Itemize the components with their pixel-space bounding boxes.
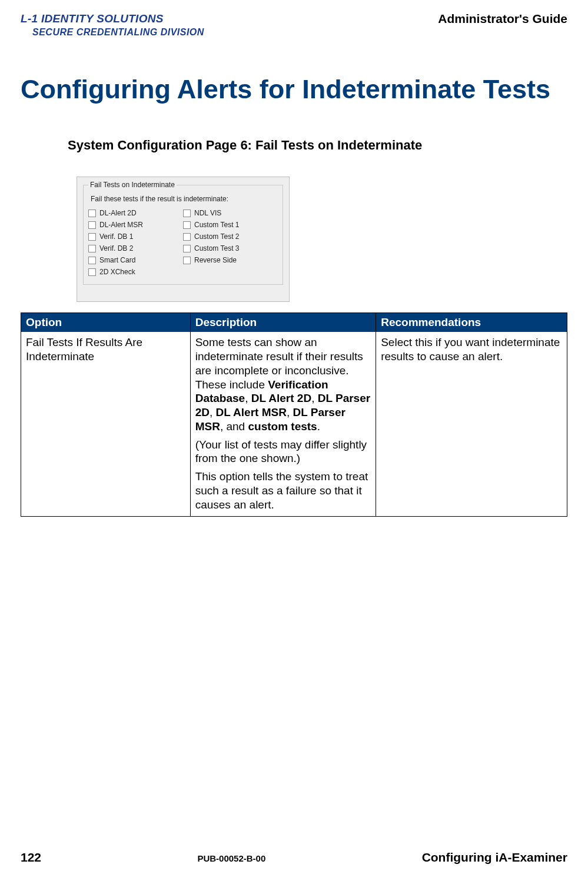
footer-section-name: Configuring iA-Examiner (422, 850, 567, 865)
checkbox-item[interactable]: Verif. DB 1 (88, 232, 183, 241)
logo-line-2: SECURE CREDENTIALING DIVISION (32, 26, 204, 39)
checkbox-item[interactable]: Smart Card (88, 256, 183, 264)
dialog-fieldset: Fail Tests on Indeterminate Fail these t… (83, 181, 283, 285)
logo-line-1: L-1 IDENTITY SOLUTIONS (21, 12, 204, 26)
checkbox-label: Reverse Side (194, 256, 237, 264)
desc-text: , (311, 392, 318, 404)
checkbox-item[interactable]: Custom Test 1 (183, 221, 278, 229)
desc-text: , (287, 406, 293, 418)
checkbox-label: Custom Test 2 (194, 232, 239, 241)
checkbox-item[interactable]: Custom Test 3 (183, 244, 278, 252)
checkbox-item[interactable]: Verif. DB 2 (88, 244, 183, 252)
dialog-legend: Fail Tests on Indeterminate (88, 181, 177, 189)
checkbox-label: 2D XCheck (99, 268, 135, 276)
desc-bold: custom tests (248, 420, 317, 433)
header-recommendations: Recommendations (376, 313, 567, 333)
desc-text: . (317, 420, 320, 433)
checkbox-icon[interactable] (88, 221, 96, 229)
checkbox-label: Smart Card (99, 256, 135, 264)
desc-text: , (245, 392, 251, 404)
checkbox-column-right: NDL VIS Custom Test 1 Custom Test 2 Cust… (183, 209, 278, 280)
checkbox-icon[interactable] (88, 268, 96, 276)
checkbox-icon[interactable] (88, 257, 96, 264)
checkbox-item[interactable]: Custom Test 2 (183, 232, 278, 241)
dialog-instruction: Fail these tests if the result is indete… (91, 195, 278, 203)
checkbox-icon[interactable] (88, 210, 96, 217)
desc-paragraph-2: (Your list of tests may differ slightly … (195, 438, 371, 466)
checkbox-icon[interactable] (183, 257, 191, 264)
checkbox-icon[interactable] (88, 245, 96, 252)
checkbox-icon[interactable] (183, 233, 191, 241)
fail-tests-dialog: Fail Tests on Indeterminate Fail these t… (77, 177, 290, 302)
checkbox-label: Verif. DB 2 (99, 244, 133, 252)
checkbox-label: Custom Test 1 (194, 221, 239, 229)
cell-description: Some tests can show an indeterminate res… (190, 332, 376, 517)
desc-paragraph-1: Some tests can show an indeterminate res… (195, 335, 371, 433)
checkbox-item[interactable]: Reverse Side (183, 256, 278, 264)
company-logo: L-1 IDENTITY SOLUTIONS SECURE CREDENTIAL… (21, 12, 204, 38)
publication-number: PUB-00052-B-00 (197, 853, 265, 863)
table-header-row: Option Description Recommendations (21, 313, 567, 333)
checkbox-column-left: DL-Alert 2D DL-Alert MSR Verif. DB 1 Ver… (88, 209, 183, 280)
checkbox-icon[interactable] (183, 221, 191, 229)
checkbox-item[interactable]: NDL VIS (183, 209, 278, 217)
checkbox-icon[interactable] (183, 210, 191, 217)
checkbox-label: Verif. DB 1 (99, 232, 133, 241)
checkbox-label: DL-Alert MSR (99, 221, 143, 229)
section-subtitle: System Configuration Page 6: Fail Tests … (68, 138, 567, 153)
checkbox-label: DL-Alert 2D (99, 209, 137, 217)
options-table: Option Description Recommendations Fail … (21, 312, 567, 517)
checkbox-icon[interactable] (88, 233, 96, 241)
checkbox-icon[interactable] (183, 245, 191, 252)
checkbox-item[interactable]: DL-Alert MSR (88, 221, 183, 229)
checkbox-grid: DL-Alert 2D DL-Alert MSR Verif. DB 1 Ver… (88, 209, 278, 280)
checkbox-label: NDL VIS (194, 209, 221, 217)
table-row: Fail Tests If Results Are Indeterminate … (21, 332, 567, 517)
desc-text: , (210, 406, 216, 418)
checkbox-label: Custom Test 3 (194, 244, 239, 252)
page-number: 122 (21, 850, 41, 865)
header-description: Description (190, 313, 376, 333)
cell-option: Fail Tests If Results Are Indeterminate (21, 332, 191, 517)
desc-paragraph-3: This option tells the system to treat su… (195, 470, 371, 511)
cell-recommendation: Select this if you want indeterminate re… (376, 332, 567, 517)
desc-text: , and (220, 420, 248, 433)
header-option: Option (21, 313, 191, 333)
desc-bold: DL Alert 2D (251, 392, 311, 404)
page-footer: 122 PUB-00052-B-00 Configuring iA-Examin… (21, 850, 567, 865)
page-title: Configuring Alerts for Indeterminate Tes… (21, 74, 567, 105)
desc-bold: DL Alert MSR (216, 406, 287, 418)
page-header: L-1 IDENTITY SOLUTIONS SECURE CREDENTIAL… (21, 12, 567, 38)
checkbox-item[interactable]: 2D XCheck (88, 268, 183, 276)
checkbox-item[interactable]: DL-Alert 2D (88, 209, 183, 217)
guide-title: Administrator's Guide (438, 12, 567, 26)
